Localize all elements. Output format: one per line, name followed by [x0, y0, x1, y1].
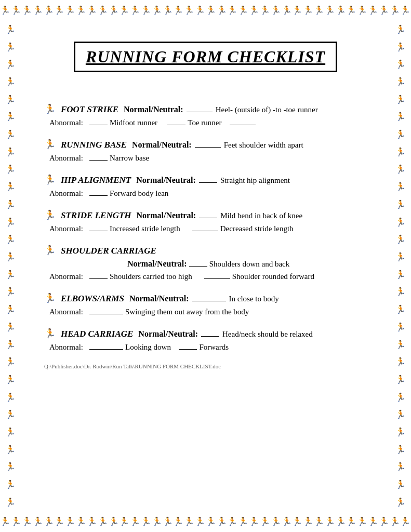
hip-alignment-abnormal: Abnormal: Forward body lean	[49, 189, 367, 198]
page-title: RUNNING FORM CHECKLIST	[86, 47, 325, 66]
running-base-ab-line1	[89, 153, 108, 161]
section-foot-strike: 🏃 FOOT STRIKE Normal/Neutral: Heel- (out…	[44, 103, 367, 127]
foot-strike-toe: Toe runner	[188, 118, 221, 127]
foot-strike-line1	[187, 105, 213, 112]
head-carriage-ab-line2	[179, 342, 197, 350]
hip-alignment-normal-text: Straight hip alignment	[220, 176, 290, 185]
stride-length-abnormal-label: Abnormal:	[49, 224, 83, 233]
hip-alignment-normal-label: Normal/Neutral:	[136, 176, 196, 185]
foot-strike-title: FOOT STRIKE	[61, 104, 118, 115]
foot-strike-normal-text: Heel- (outside of) -to -toe runner	[216, 105, 318, 114]
head-carriage-normal-label: Normal/Neutral:	[138, 329, 198, 339]
stride-length-ab-line2	[192, 224, 218, 231]
hip-alignment-title: HIP ALIGNMENT	[61, 175, 131, 185]
footer-path: Q:\Publisher.doc\Dr. Rodwin\Run Talk\RUN…	[44, 363, 367, 369]
elbows-arms-title: ELBOWS/ARMS	[61, 294, 124, 304]
running-base-narrow: Narrow base	[110, 154, 149, 163]
shoulder-carriage-header: 🏃 SHOULDER CARRIAGE	[44, 245, 367, 256]
elbows-arms-normal-label: Normal/Neutral:	[129, 294, 189, 303]
title-wrapper: RUNNING FORM CHECKLIST	[44, 31, 367, 88]
shoulder-carriage-title: SHOULDER CARRIAGE	[61, 246, 156, 256]
shoulder-normal-row: Normal/Neutral: Shoulders down and back	[127, 259, 367, 269]
head-carriage-header: 🏃 HEAD CARRIAGE Normal/Neutral: Head/nec…	[44, 328, 367, 339]
hip-alignment-ab-line1	[89, 189, 108, 196]
shoulder-carriage-line1	[189, 259, 207, 267]
head-carriage-icon: 🏃	[44, 328, 56, 339]
stride-length-header: 🏃 STRIDE LENGTH Normal/Neutral: Mild ben…	[44, 209, 367, 221]
stride-length-title: STRIDE LENGTH	[61, 210, 131, 221]
foot-strike-normal-label: Normal/Neutral:	[124, 105, 183, 114]
head-carriage-looking-down: Looking down	[125, 343, 171, 352]
page-content: RUNNING FORM CHECKLIST 🏃 FOOT STRIKE Nor…	[29, 21, 382, 511]
elbows-arms-abnormal: Abnormal: Swinging them out away from th…	[49, 307, 367, 316]
foot-strike-header: 🏃 FOOT STRIKE Normal/Neutral: Heel- (out…	[44, 103, 367, 115]
head-carriage-normal-text: Head/neck should be relaxed	[222, 330, 313, 339]
elbows-arms-ab-line1	[89, 307, 123, 314]
elbows-arms-line1	[192, 294, 226, 301]
running-base-abnormal: Abnormal: Narrow base	[49, 153, 367, 163]
section-shoulder-carriage: 🏃 SHOULDER CARRIAGE Normal/Neutral: Shou…	[44, 245, 367, 281]
foot-strike-icon: 🏃	[44, 103, 56, 115]
elbows-arms-normal-text: In close to body	[229, 295, 279, 303]
head-carriage-ab-line1	[89, 342, 123, 350]
elbows-arms-icon: 🏃	[44, 292, 56, 304]
head-carriage-title: HEAD CARRIAGE	[61, 329, 133, 339]
head-carriage-abnormal-label: Abnormal:	[49, 343, 83, 352]
shoulder-carriage-rounded: Shoulder rounded forward	[232, 272, 314, 281]
running-base-normal-text: Feet shoulder width apart	[224, 141, 303, 150]
stride-length-decreased: Decreased stride length	[220, 224, 294, 233]
hip-alignment-icon: 🏃	[44, 174, 56, 185]
foot-strike-ab-line1	[89, 118, 108, 125]
shoulder-carriage-icon: 🏃	[44, 245, 56, 256]
border-top: (function() { var strip = document.query…	[0, 0, 411, 21]
border-left: (function() { var strip = document.query…	[0, 21, 21, 511]
shoulder-carriage-abnormal: Abnormal: Shoulders carried too high Sho…	[49, 272, 367, 281]
section-running-base: 🏃 RUNNING BASE Normal/Neutral: Feet shou…	[44, 139, 367, 163]
running-base-header: 🏃 RUNNING BASE Normal/Neutral: Feet shou…	[44, 139, 367, 150]
foot-strike-ab-line3	[230, 118, 256, 125]
hip-alignment-abnormal-label: Abnormal:	[49, 189, 83, 198]
head-carriage-abnormal: Abnormal: Looking down Forwards	[49, 342, 367, 352]
elbows-arms-header: 🏃 ELBOWS/ARMS Normal/Neutral: In close t…	[44, 292, 367, 304]
foot-strike-ab-line2	[167, 118, 185, 125]
stride-length-line1	[199, 211, 217, 218]
running-base-title: RUNNING BASE	[61, 140, 127, 150]
hip-alignment-header: 🏃 HIP ALIGNMENT Normal/Neutral: Straight…	[44, 174, 367, 185]
running-base-line1	[195, 140, 221, 148]
stride-length-icon: 🏃	[44, 209, 56, 221]
shoulder-carriage-normal-text: Shoulders down and back	[209, 260, 290, 269]
foot-strike-abnormal-label: Abnormal:	[49, 118, 83, 127]
shoulder-carriage-ab-line1	[89, 272, 108, 279]
head-carriage-line1	[201, 329, 219, 337]
shoulder-carriage-normal-label: Normal/Neutral:	[127, 259, 187, 269]
title-box: RUNNING FORM CHECKLIST	[74, 42, 337, 72]
head-carriage-forwards: Forwards	[199, 343, 229, 352]
shoulder-carriage-abnormal-label: Abnormal:	[49, 272, 83, 281]
shoulder-carriage-too-high: Shoulders carried too high	[110, 272, 192, 281]
section-hip-alignment: 🏃 HIP ALIGNMENT Normal/Neutral: Straight…	[44, 174, 367, 198]
running-base-abnormal-label: Abnormal:	[49, 154, 83, 163]
border-bottom: (function() { var strip = document.query…	[0, 511, 411, 532]
section-head-carriage: 🏃 HEAD CARRIAGE Normal/Neutral: Head/nec…	[44, 328, 367, 352]
stride-length-normal-text: Mild bend in back of knee	[220, 211, 302, 220]
hip-alignment-line1	[199, 176, 217, 183]
section-elbows-arms: 🏃 ELBOWS/ARMS Normal/Neutral: In close t…	[44, 292, 367, 316]
running-base-normal-label: Normal/Neutral:	[132, 140, 192, 150]
foot-strike-midfoot: Midfoot runner	[110, 118, 157, 127]
stride-length-normal-label: Normal/Neutral:	[137, 211, 196, 220]
stride-length-abnormal: Abnormal: Increased stride length Decrea…	[49, 224, 367, 233]
running-base-icon: 🏃	[44, 139, 56, 150]
foot-strike-abnormal: Abnormal: Midfoot runner Toe runner	[49, 118, 367, 127]
elbows-arms-abnormal-label: Abnormal:	[49, 308, 83, 316]
shoulder-carriage-ab-line2	[204, 272, 230, 279]
border-right: (function() { var strip = document.query…	[390, 21, 411, 511]
hip-alignment-forward-lean: Forward body lean	[110, 189, 168, 198]
elbows-arms-swinging: Swinging them out away from the body	[125, 308, 249, 316]
stride-length-increased: Increased stride length	[110, 224, 180, 233]
stride-length-ab-line1	[89, 224, 108, 231]
section-stride-length: 🏃 STRIDE LENGTH Normal/Neutral: Mild ben…	[44, 209, 367, 233]
